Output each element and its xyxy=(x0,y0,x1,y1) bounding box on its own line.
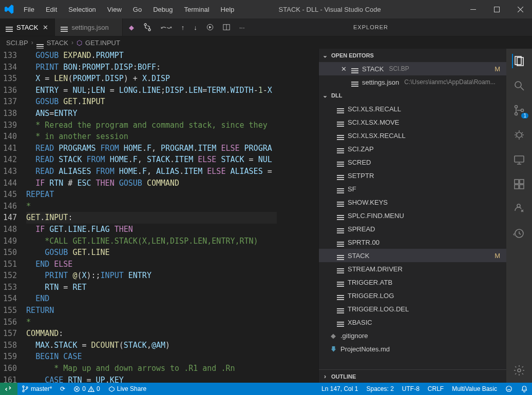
code-line[interactable]: * Reread the program and command stack, … xyxy=(26,120,277,131)
file-tree-item[interactable]: SCI.XLS.RECALL xyxy=(319,102,506,115)
code-line[interactable]: RETURN xyxy=(26,305,277,317)
file-tree-item[interactable]: SPRTR.00 xyxy=(319,235,506,249)
menu-edit[interactable]: Edit xyxy=(41,3,62,16)
code-line[interactable]: CASE RTN = UP.KEY xyxy=(26,374,277,383)
maximize-button[interactable] xyxy=(485,0,508,18)
code-line[interactable]: GOSUB GET.INPUT xyxy=(26,96,277,108)
file-tree-item[interactable]: SETPTR xyxy=(319,169,506,182)
code-line[interactable]: READ STACK FROM HOME.F, STACK.ITEM ELSE … xyxy=(26,154,277,166)
code-line[interactable]: X = LEN(PROMPT.DISP) + X.DISP xyxy=(26,73,277,85)
file-tree-item[interactable]: 🡇ProjectNotes.md xyxy=(319,342,506,356)
git-branch-status[interactable]: master* xyxy=(17,383,56,395)
history-activity-icon[interactable] xyxy=(512,226,526,241)
file-tree-item[interactable]: SCI.ZAP xyxy=(319,142,506,155)
search-activity-icon[interactable] xyxy=(512,78,526,93)
file-tree-item[interactable]: SPREAD xyxy=(319,222,506,235)
breadcrumb-item[interactable]: STACK xyxy=(47,39,68,47)
code-line[interactable]: * xyxy=(26,201,277,212)
code-line[interactable]: GOSUB GET.LINE xyxy=(26,247,277,259)
menu-terminal[interactable]: Terminal xyxy=(179,3,214,16)
menu-go[interactable]: Go xyxy=(128,3,147,16)
file-tree-item[interactable]: SCRED xyxy=(319,155,506,169)
tab-settings-json[interactable]: settings.json xyxy=(55,18,122,36)
cursor-position-status[interactable]: Ln 147, Col 1 xyxy=(317,383,362,395)
feedback-status[interactable] xyxy=(501,383,517,395)
split-editor-icon[interactable] xyxy=(223,24,230,31)
file-tree-item[interactable]: TRIGGER.LOG xyxy=(319,289,506,302)
code-line[interactable]: PRINT @(X):;INPUT ENTRY xyxy=(26,270,277,282)
file-tree-item[interactable]: ◆.gitignore xyxy=(319,329,506,342)
menu-help[interactable]: Help xyxy=(216,3,240,16)
code-line[interactable]: COMMAND: xyxy=(26,328,277,340)
code-line[interactable]: * xyxy=(26,317,277,328)
menu-view[interactable]: View xyxy=(102,3,127,16)
file-tree-item[interactable]: SCI.XLSX.MOVE xyxy=(319,115,506,129)
code-line[interactable]: MAX.STACK = DCOUNT(STACK,@AM) xyxy=(26,340,277,351)
breadcrumb-item[interactable]: SCI.BP xyxy=(6,39,28,47)
code-line[interactable]: PRINT BON:PROMPT.DISP:BOFF: xyxy=(26,62,277,73)
file-tree-item[interactable]: TRIGGER.LOG.DEL xyxy=(319,302,506,315)
open-editor-item[interactable]: ✕STACKSCI.BPM xyxy=(319,62,506,75)
folder-header[interactable]: ⌄ DLL xyxy=(319,89,506,102)
close-icon[interactable]: ✕ xyxy=(339,65,348,73)
mv-icon[interactable]: ◆ xyxy=(129,24,134,31)
debug-activity-icon[interactable] xyxy=(512,128,526,142)
code-line[interactable]: END ELSE xyxy=(26,259,277,270)
extensions-activity-icon[interactable] xyxy=(512,177,526,191)
notifications-status[interactable] xyxy=(517,383,532,395)
source-control-activity-icon[interactable]: 1 xyxy=(512,103,526,117)
code-line[interactable]: ENTRY = NUL;LEN = LONG.LINE;DISP.LEN=TER… xyxy=(26,85,277,96)
tab-stack[interactable]: STACK✕ xyxy=(0,18,55,36)
settings-activity-icon[interactable] xyxy=(512,363,526,378)
eol-status[interactable]: CRLF xyxy=(424,383,448,395)
remote-activity-icon[interactable] xyxy=(512,152,526,167)
code-line[interactable]: RTN = RET xyxy=(26,282,277,293)
open-editors-header[interactable]: ⌄ OPEN EDITORS xyxy=(319,49,506,62)
code-line[interactable]: READ PROGRAMS FROM HOME.F, PROGRAM.ITEM … xyxy=(26,143,277,154)
close-window-button[interactable] xyxy=(508,0,532,18)
code-line[interactable]: GET.INPUT: xyxy=(26,212,277,224)
code-editor[interactable]: 1331341351361371381391401411421431441451… xyxy=(0,49,318,383)
file-tree-item[interactable]: SF xyxy=(319,182,506,195)
code-line[interactable]: * in another session xyxy=(26,131,277,143)
liveshare-status[interactable]: Live Share xyxy=(104,383,150,395)
more-icon[interactable]: ··· xyxy=(239,24,245,31)
close-tab-icon[interactable]: ✕ xyxy=(41,23,49,31)
minimize-button[interactable] xyxy=(461,0,485,18)
run-icon[interactable] xyxy=(206,24,214,31)
code-line[interactable]: * Map up and down arrows to .R1 and .Rn xyxy=(26,363,277,374)
outline-header[interactable]: › OUTLINE xyxy=(319,369,506,383)
code-line[interactable]: ANS=ENTRY xyxy=(26,108,277,120)
next-change-icon[interactable]: ↓ xyxy=(194,24,197,31)
file-tree-item[interactable]: STACKM xyxy=(319,249,506,262)
remote-status[interactable] xyxy=(0,383,17,395)
sync-status[interactable]: ⟳ xyxy=(56,383,69,395)
breadcrumb[interactable]: SCI.BP›STACK›⬡GET.INPUT xyxy=(0,36,532,49)
code-line[interactable]: *CALL GET.LINE.STACK(X,LEN,DISP.LEN,ENTR… xyxy=(26,235,277,247)
encoding-status[interactable]: UTF-8 xyxy=(398,383,424,395)
language-status[interactable]: MultiValue Basic xyxy=(448,383,501,395)
code-content[interactable]: GOSUB EXPAND.PROMPT PRINT BON:PROMPT.DIS… xyxy=(26,49,277,383)
code-line[interactable]: GOSUB EXPAND.PROMPT xyxy=(26,50,277,62)
open-editor-item[interactable]: settings.jsonC:\Users\ianmc\AppData\Roam… xyxy=(319,75,506,89)
breadcrumb-item[interactable]: GET.INPUT xyxy=(85,39,120,47)
code-line[interactable]: END xyxy=(26,293,277,305)
prev-change-icon[interactable]: ↑ xyxy=(181,24,185,31)
menu-debug[interactable]: Debug xyxy=(148,3,178,16)
explorer-activity-icon[interactable] xyxy=(512,54,526,68)
liveshare-activity-icon[interactable] xyxy=(512,202,526,216)
indentation-status[interactable]: Spaces: 2 xyxy=(362,383,397,395)
file-tree-item[interactable]: SPLC.FIND.MENU xyxy=(319,209,506,222)
menu-selection[interactable]: Selection xyxy=(63,3,101,16)
file-tree-item[interactable]: SCI.XLSX.RECALL xyxy=(319,129,506,142)
file-tree-item[interactable]: XBASIC xyxy=(319,315,506,329)
code-line[interactable]: REPEAT xyxy=(26,189,277,201)
menu-file[interactable]: File xyxy=(18,3,40,16)
code-line[interactable]: BEGIN CASE xyxy=(26,351,277,363)
discard-icon[interactable]: ⤺⤻ xyxy=(161,24,172,31)
code-line[interactable]: IF RTN # ESC THEN GOSUB COMMAND xyxy=(26,177,277,189)
code-line[interactable]: READ ALIASES FROM HOME.F, ALIAS.ITEM ELS… xyxy=(26,166,277,177)
file-tree-item[interactable]: TRIGGER.ATB xyxy=(319,275,506,289)
code-line[interactable]: IF GET.LINE.FLAG THEN xyxy=(26,224,277,235)
file-tree-item[interactable]: SHOW.KEYS xyxy=(319,195,506,209)
